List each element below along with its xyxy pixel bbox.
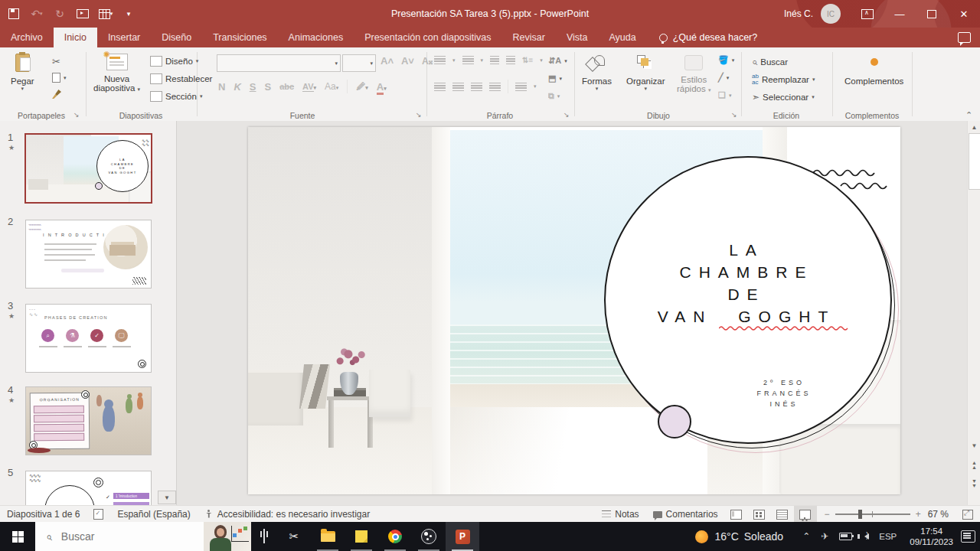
tab-presentacion[interactable]: Presentación con diapositivas xyxy=(354,28,501,47)
next-slide-button[interactable]: ▼▼ xyxy=(969,479,980,488)
text-direction-button[interactable]: ⇵A▾ xyxy=(548,56,567,66)
taskbar-file-explorer[interactable] xyxy=(311,522,345,551)
tab-insertar[interactable]: Insertar xyxy=(97,28,151,47)
font-color-button[interactable]: A▾ xyxy=(377,81,387,93)
search-highlight-image[interactable] xyxy=(204,522,251,551)
notes-toggle[interactable]: Notas xyxy=(595,506,645,523)
slide-thumbnail-1[interactable]: LACHAMBRE DEVAN GOGHT ∿∿∿∿ xyxy=(24,133,152,204)
align-left-button[interactable] xyxy=(434,83,446,91)
text-shadow-button[interactable]: S xyxy=(264,81,271,93)
columns-button[interactable] xyxy=(515,83,527,91)
start-slideshow-button[interactable] xyxy=(75,6,90,21)
slide-thumbnail-2[interactable]: ⌁⌁⌁⌁⌁⌁⌁⌁⌁⌁ I N T R O D U C T I O N xyxy=(25,220,152,289)
replace-button[interactable]: abacReemplazar▾ xyxy=(752,73,815,86)
comments-toggle[interactable]: Comentarios xyxy=(646,506,725,523)
tab-inicio[interactable]: Inicio xyxy=(54,28,97,47)
addins-button[interactable]: Complementos xyxy=(844,58,903,86)
tab-vista[interactable]: Vista xyxy=(556,28,599,47)
ribbon-display-options-button[interactable] xyxy=(851,0,884,28)
restore-button[interactable] xyxy=(916,0,948,28)
slide-thumbnail-5[interactable]: ∿∿∿∿∿∿ TEMPORALISATION ✓ 1 'Introduction xyxy=(25,471,152,505)
vertical-scrollbar[interactable]: ▲ ▼ ▲▲ ▼▼ xyxy=(967,121,980,505)
bullets-button[interactable] xyxy=(434,56,446,64)
tab-diseno[interactable]: Diseño xyxy=(151,28,202,47)
close-button[interactable]: ✕ xyxy=(948,0,980,28)
reset-slide-button[interactable]: Restablecer xyxy=(150,73,212,84)
slide-subtitle-text[interactable]: 2º ESO FRANCÉS INÉS xyxy=(727,377,841,409)
thumbnail-scroll-down-button[interactable]: ▼ xyxy=(158,491,176,504)
find-button[interactable]: ⌕Buscar xyxy=(752,56,788,68)
zoom-slider-thumb[interactable] xyxy=(858,510,862,519)
increase-indent-button[interactable] xyxy=(506,56,515,64)
zoom-level[interactable]: 67 % xyxy=(921,506,956,523)
scroll-up-arrow[interactable]: ▲ xyxy=(969,124,980,131)
section-button[interactable]: Sección▾ xyxy=(150,91,202,102)
taskbar-chrome[interactable] xyxy=(378,522,412,551)
clear-formatting-button[interactable]: A𝄪 xyxy=(422,56,433,67)
clipboard-dialog-launcher[interactable]: ↘ xyxy=(74,111,80,119)
tab-ayuda[interactable]: Ayuda xyxy=(599,28,647,47)
line-spacing-button[interactable]: ⇅≡ xyxy=(522,56,533,64)
clock[interactable]: 17:54 09/11/2023 xyxy=(910,526,953,547)
align-right-button[interactable] xyxy=(471,83,482,91)
quick-styles-button[interactable]: Estilos rápidos ▾ xyxy=(677,55,710,93)
minimize-button[interactable]: — xyxy=(884,0,916,28)
shape-fill-button[interactable]: 🪣▾ xyxy=(718,55,734,65)
align-text-button[interactable]: ⬒▾ xyxy=(548,73,562,83)
slide-thumbnail-4[interactable]: ORGANISATION xyxy=(25,386,152,455)
previous-slide-button[interactable]: ▲▲ xyxy=(969,461,980,470)
show-hidden-icons-button[interactable]: ⌃ xyxy=(802,531,810,542)
paragraph-dialog-launcher[interactable]: ↘ xyxy=(564,111,570,119)
slideshow-view-button[interactable] xyxy=(794,506,817,523)
start-button[interactable] xyxy=(0,522,35,551)
taskbar-sticky-notes[interactable] xyxy=(345,522,378,551)
normal-view-button[interactable] xyxy=(725,506,748,523)
strikethrough-button[interactable]: abc xyxy=(279,82,294,91)
taskbar-search[interactable]: ⌕ xyxy=(35,522,251,551)
battery-icon[interactable] xyxy=(839,533,852,540)
taskbar-snipping-tool[interactable]: ✂ xyxy=(277,522,311,551)
search-input[interactable] xyxy=(60,530,178,543)
slide-thumbnail-3[interactable]: ---∿∿ PHASES DE CREATION ⌕ ⚗ ✓ 🖵 xyxy=(25,304,152,373)
save-button[interactable] xyxy=(6,6,21,21)
zoom-in-button[interactable]: + xyxy=(916,509,921,520)
highlight-color-button[interactable]: 🖉▾ xyxy=(356,81,368,92)
character-spacing-button[interactable]: AV▾ xyxy=(302,82,316,91)
align-center-button[interactable] xyxy=(452,83,464,91)
account-name[interactable]: Inés C. xyxy=(784,8,813,19)
new-slide-button[interactable]: ✺ Nueva diapositiva ▾ xyxy=(93,54,140,93)
taskbar-obs[interactable] xyxy=(412,522,446,551)
smartart-button[interactable]: ⧉▾ xyxy=(548,91,560,101)
slide-title-text[interactable]: LA CHAMBRE DE VAN GOGHT xyxy=(604,239,889,328)
slide-sorter-view-button[interactable] xyxy=(748,506,771,523)
copy-button[interactable]: ▾ xyxy=(52,73,67,83)
scroll-down-arrow[interactable]: ▼ xyxy=(969,442,980,449)
fit-to-window-button[interactable] xyxy=(956,506,980,523)
justify-button[interactable] xyxy=(489,83,501,91)
tab-revisar[interactable]: Revisar xyxy=(502,28,556,47)
comments-panel-icon[interactable] xyxy=(958,32,971,43)
accent-circle-shape[interactable] xyxy=(658,405,691,439)
zoom-out-button[interactable]: − xyxy=(817,509,830,520)
tab-animaciones[interactable]: Animaciones xyxy=(278,28,354,47)
select-button[interactable]: ➣Seleccionar▾ xyxy=(752,92,815,103)
redo-button[interactable]: ↻ xyxy=(52,6,67,21)
undo-button[interactable]: ↶▾ xyxy=(29,6,44,21)
shape-effects-button[interactable]: ❏▾ xyxy=(718,90,731,100)
zoom-slider[interactable] xyxy=(835,514,910,515)
task-view-button[interactable] xyxy=(251,530,277,543)
reading-view-button[interactable] xyxy=(771,506,794,523)
font-name-combo[interactable]: ▾ xyxy=(217,54,341,72)
tab-archivo[interactable]: Archivo xyxy=(0,28,54,47)
change-case-button[interactable]: Aa▾ xyxy=(325,81,338,92)
decrease-indent-button[interactable] xyxy=(490,56,499,64)
avatar[interactable]: IC xyxy=(821,4,841,24)
shapes-button[interactable]: Formas ▾ xyxy=(582,55,612,92)
grow-font-button[interactable]: A˄ xyxy=(381,55,394,67)
grid-settings-button[interactable]: ▾ xyxy=(98,6,113,21)
format-painter-button[interactable] xyxy=(52,90,61,99)
airplane-mode-icon[interactable]: ✈ xyxy=(821,531,828,542)
shape-outline-button[interactable]: ╱▾ xyxy=(718,73,729,83)
collapse-ribbon-button[interactable]: ⌃ xyxy=(965,110,972,120)
font-dialog-launcher[interactable]: ↘ xyxy=(416,111,422,119)
